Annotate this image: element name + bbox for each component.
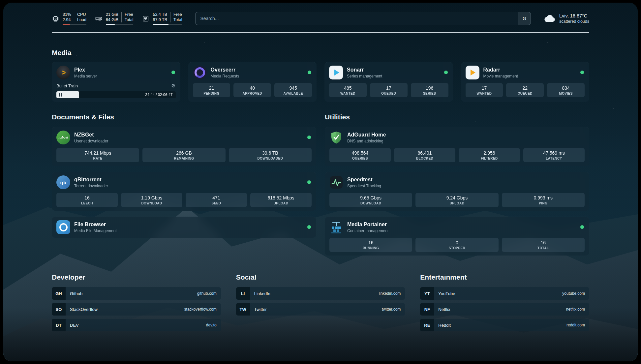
service-title: Media Portainer <box>347 222 388 228</box>
disk-progress-bar <box>153 24 182 25</box>
bookmark-abbr: TW <box>236 303 250 316</box>
stat-box: 471SEED <box>186 193 247 207</box>
disk-values: 52.4 TB97.9 TB <box>153 12 167 22</box>
stat-box: 16LEECH <box>56 193 118 207</box>
search-bar: G <box>195 12 531 25</box>
bookmark-reddit[interactable]: RE Reddit reddit.com <box>420 319 589 331</box>
cpu-icon <box>52 15 59 22</box>
stat-box: 39.6 TBDOWNLOADED <box>229 148 312 162</box>
filebrowser-icon <box>56 220 70 234</box>
bookmark-abbr: GH <box>52 287 66 300</box>
stat-box: 9.65 GbpsDOWNLOAD <box>329 193 412 207</box>
service-title: Radarr <box>483 67 518 73</box>
bookmark-url: stackoverflow.com <box>184 307 221 312</box>
portainer-icon <box>329 220 343 234</box>
weather-location: Lviv, 16.87°C <box>559 13 589 18</box>
cpu-metric: 31%2.94 CPULoad <box>52 12 86 25</box>
cpu-values: 31%2.94 <box>63 12 71 22</box>
bookmark-dev[interactable]: DT DEV dev.to <box>52 319 221 331</box>
plex-icon: > <box>56 66 70 79</box>
bookmark-url: linkedin.com <box>379 291 405 296</box>
section-heading-developer: Developer <box>52 273 221 281</box>
snow-specks <box>3 3 4 3</box>
bookmark-name: DEV <box>66 323 79 328</box>
stat-box: 40APPROVED <box>233 83 271 97</box>
qbittorrent-icon: qb <box>56 175 70 189</box>
bookmark-group-entertainment: Entertainment YT YouTube youtube.com NF … <box>420 273 589 331</box>
status-dot <box>307 225 311 229</box>
stat-box: 0.993 msPING <box>502 193 585 207</box>
stat-box: 21PENDING <box>193 83 230 97</box>
documents-column: Documents & Files nzbget NZBGet Usenet d… <box>52 113 316 256</box>
status-dot <box>580 225 584 229</box>
speedtest-card[interactable]: Speedtest Speedtest Tracking 9.65 GbpsDO… <box>325 172 589 211</box>
adguard-card[interactable]: AdGuard Home DNS and adblocking 498,564Q… <box>325 127 589 166</box>
service-subtitle: Speedtest Tracking <box>347 184 381 188</box>
bookmark-abbr: SO <box>52 303 66 316</box>
section-heading-entertainment: Entertainment <box>420 273 589 281</box>
service-subtitle: Media server <box>74 74 97 78</box>
search-input[interactable] <box>195 12 531 25</box>
disk-metric: 52.4 TB97.9 TB FreeTotal <box>142 12 182 25</box>
bookmark-name: Github <box>66 291 82 296</box>
stat-box: 196SERIES <box>411 83 448 97</box>
service-subtitle: DNS and adblocking <box>347 139 386 143</box>
stat-box: 47.569 msLATENCY <box>523 148 585 162</box>
bookmark-github[interactable]: GH Github github.com <box>52 287 221 300</box>
stat-box: 0STOPPED <box>415 238 498 252</box>
weather-condition: scattered clouds <box>559 19 589 24</box>
cpu-labels: CPULoad <box>74 12 86 22</box>
speedtest-icon <box>329 175 343 189</box>
status-dot <box>308 71 311 74</box>
bookmark-url: dev.to <box>206 323 221 327</box>
stat-box: 17WANTED <box>466 83 503 97</box>
sonarr-card[interactable]: Sonarr Series management 485WANTED 17QUE… <box>324 62 453 102</box>
portainer-card[interactable]: Media Portainer Container management 16R… <box>325 217 589 256</box>
bookmark-url: reddit.com <box>566 323 589 327</box>
overseerr-icon <box>193 66 207 79</box>
plex-card[interactable]: > Plex Media server Bullet Train ⚙ 24:44… <box>52 62 180 102</box>
nzbget-card[interactable]: nzbget NZBGet Usenet downloader 744.21 M… <box>52 127 316 166</box>
service-subtitle: Media File Management <box>74 228 117 233</box>
stat-box: 834MOVIES <box>547 83 585 97</box>
service-subtitle: Media Requests <box>211 74 239 78</box>
utilities-column: Utilities <box>325 113 589 256</box>
qbittorrent-card[interactable]: qb qBittorrent Torrent downloader 16LEEC… <box>52 172 316 211</box>
cloud-icon <box>543 14 556 23</box>
service-title: File Browser <box>74 222 117 228</box>
service-title: Plex <box>74 67 97 73</box>
bookmark-abbr: LI <box>236 287 250 300</box>
bookmark-name: Reddit <box>434 323 451 328</box>
radarr-card[interactable]: Radarr Movie management 17WANTED 22QUEUE… <box>461 62 590 102</box>
gear-icon[interactable]: ⚙ <box>171 83 175 89</box>
bookmark-stackoverflow[interactable]: SO StackOverflow stackoverflow.com <box>52 303 221 316</box>
stat-box: 16RUNNING <box>329 238 412 252</box>
status-dot <box>307 136 311 139</box>
bookmark-youtube[interactable]: YT YouTube youtube.com <box>420 287 589 300</box>
service-subtitle: Usenet downloader <box>74 139 108 143</box>
now-playing-title: Bullet Train <box>56 83 78 88</box>
bookmark-url: youtube.com <box>562 291 589 296</box>
ram-icon <box>95 15 103 22</box>
search-provider-button[interactable]: G <box>518 12 531 25</box>
bookmark-name: LinkedIn <box>250 291 270 296</box>
section-heading-utilities: Utilities <box>325 113 589 121</box>
cpu-progress-bar <box>63 24 86 25</box>
service-title: NZBGet <box>74 132 108 138</box>
bookmark-url: twitter.com <box>382 307 405 312</box>
service-subtitle: Torrent downloader <box>74 184 108 188</box>
bookmark-netflix[interactable]: NF Netflix netflix.com <box>420 303 589 316</box>
weather-widget[interactable]: Lviv, 16.87°C scattered clouds <box>543 13 589 24</box>
service-title: qBittorrent <box>74 177 108 183</box>
top-bar: 31%2.94 CPULoad <box>52 12 589 25</box>
plex-progress-bar[interactable]: 24:44 / 02:06:47 <box>56 91 176 98</box>
pause-button[interactable] <box>59 93 62 97</box>
bookmark-twitter[interactable]: TW Twitter twitter.com <box>236 303 405 316</box>
bookmark-name: StackOverflow <box>66 307 98 312</box>
stat-box: 22QUEUED <box>506 83 544 97</box>
filebrowser-card[interactable]: File Browser Media File Management <box>52 217 316 238</box>
bookmark-linkedin[interactable]: LI LinkedIn linkedin.com <box>236 287 405 300</box>
bookmark-url: netflix.com <box>566 307 589 312</box>
playback-time: 24:44 / 02:06:47 <box>145 91 172 98</box>
overseerr-card[interactable]: Overseerr Media Requests 21PENDING 40APP… <box>188 62 317 102</box>
